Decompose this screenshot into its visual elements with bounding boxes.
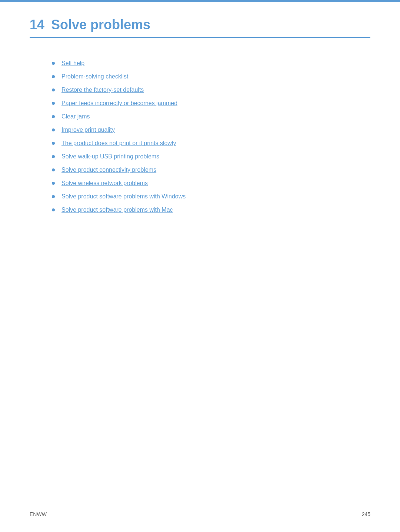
bullet-icon [52, 115, 55, 118]
footer-left: ENWW [30, 511, 47, 517]
page-footer: ENWW 245 [30, 511, 370, 517]
list-item: Clear jams [52, 113, 370, 120]
chapter-number: 14 [30, 17, 44, 33]
bullet-icon [52, 102, 55, 105]
toc-link-product-not-print[interactable]: The product does not print or it prints … [61, 140, 176, 147]
toc-link-solve-wireless[interactable]: Solve wireless network problems [61, 180, 148, 187]
list-item: Problem-solving checklist [52, 73, 370, 80]
bullet-icon [52, 182, 55, 185]
bullet-icon [52, 88, 55, 91]
bullet-icon [52, 75, 55, 78]
list-item: Restore the factory-set defaults [52, 87, 370, 93]
list-item: Self help [52, 60, 370, 67]
toc-list: Self helpProblem-solving checklistRestor… [52, 60, 370, 213]
bullet-icon [52, 155, 55, 158]
list-item: Solve product software problems with Mac [52, 207, 370, 213]
toc-link-problem-solving-checklist[interactable]: Problem-solving checklist [61, 73, 129, 80]
toc-link-solve-connectivity[interactable]: Solve product connectivity problems [61, 167, 156, 173]
list-item: Improve print quality [52, 127, 370, 133]
list-item: Paper feeds incorrectly or becomes jamme… [52, 100, 370, 107]
bullet-icon [52, 128, 55, 131]
list-item: Solve walk-up USB printing problems [52, 153, 370, 160]
toc-link-solve-walkup-usb[interactable]: Solve walk-up USB printing problems [61, 153, 159, 160]
bullet-icon [52, 195, 55, 198]
chapter-header: 14 Solve problems [30, 17, 370, 38]
footer-right: 245 [362, 511, 370, 517]
bullet-icon [52, 168, 55, 171]
toc-link-improve-print-quality[interactable]: Improve print quality [61, 127, 115, 133]
toc-link-solve-software-windows[interactable]: Solve product software problems with Win… [61, 193, 186, 200]
list-item: Solve product connectivity problems [52, 167, 370, 173]
toc-link-paper-feeds-incorrectly[interactable]: Paper feeds incorrectly or becomes jamme… [61, 100, 177, 107]
toc-link-clear-jams[interactable]: Clear jams [61, 113, 90, 120]
toc-link-self-help[interactable]: Self help [61, 60, 84, 67]
toc-link-restore-factory-defaults[interactable]: Restore the factory-set defaults [61, 87, 144, 93]
list-item: Solve product software problems with Win… [52, 193, 370, 200]
bullet-icon [52, 142, 55, 145]
bullet-icon [52, 62, 55, 65]
list-item: The product does not print or it prints … [52, 140, 370, 147]
chapter-title: Solve problems [51, 17, 150, 33]
list-item: Solve wireless network problems [52, 180, 370, 187]
toc-link-solve-software-mac[interactable]: Solve product software problems with Mac [61, 207, 173, 213]
bullet-icon [52, 208, 55, 211]
